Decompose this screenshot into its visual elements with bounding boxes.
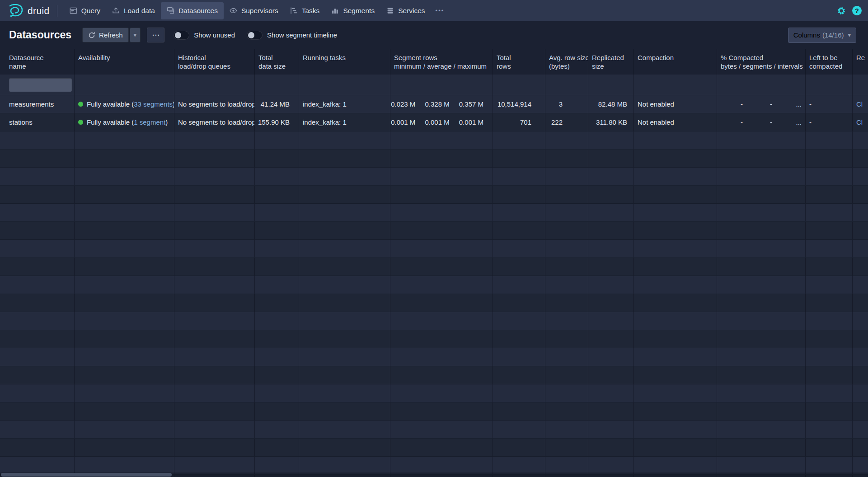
column-header-retention[interactable]: Re <box>853 49 868 75</box>
column-header-total-data-size[interactable]: Totaldata size <box>255 49 299 75</box>
show-segment-timeline-toggle[interactable]: Show segment timeline <box>247 31 337 40</box>
nav-item-label: Query <box>81 7 100 15</box>
avg-row-size-cell: 3 <box>545 95 588 113</box>
retention-cell: Cl <box>853 113 868 131</box>
server-stack-icon <box>386 7 394 14</box>
running-tasks-cell: index_kafka: 1 <box>299 95 390 113</box>
druid-logo-icon <box>8 4 23 18</box>
empty-row <box>0 366 868 384</box>
datasource-filter-input[interactable] <box>9 78 72 92</box>
total-rows-cell: 701 <box>493 113 545 131</box>
upload-icon <box>112 7 120 14</box>
column-header-avg-row-size[interactable]: Avg. row size(bytes) <box>545 49 588 75</box>
more-options-button[interactable]: ⋯ <box>147 28 164 42</box>
column-header-running-tasks[interactable]: Running tasks <box>299 49 390 75</box>
empty-row <box>0 276 868 294</box>
scrollbar-thumb[interactable] <box>1 473 172 477</box>
help-icon: ? <box>855 7 859 14</box>
nav-item-query[interactable]: Query <box>64 2 106 19</box>
table-row-stations: stations Fully available (1 segment) No … <box>0 113 868 131</box>
segments-link[interactable]: 33 segments <box>134 100 173 108</box>
show-unused-toggle[interactable]: Show unused <box>174 31 235 40</box>
toggle-knob <box>175 32 181 38</box>
more-options-icon: ⋯ <box>152 30 160 40</box>
empty-row <box>0 168 868 186</box>
column-header-availability[interactable]: Availability <box>75 49 174 75</box>
pct-compacted-cell: --... <box>717 113 806 131</box>
column-header-total-rows[interactable]: Totalrows <box>493 49 545 75</box>
toggle-label: Show segment timeline <box>267 31 337 39</box>
empty-row <box>0 186 868 204</box>
columns-button[interactable]: Columns (14/16) ▾ <box>788 28 856 43</box>
query-icon <box>70 7 77 14</box>
pct-compacted-cell: --... <box>717 95 806 113</box>
page-title: Datasources <box>9 29 71 41</box>
available-dot-icon <box>78 102 83 107</box>
column-header-segment-rows[interactable]: Segment rowsminimum / average / maximum <box>390 49 493 75</box>
load-drop-cell: No segments to load/drop <box>174 113 255 131</box>
settings-button[interactable] <box>836 6 846 16</box>
empty-row <box>0 294 868 312</box>
nav-item-supervisors[interactable]: Supervisors <box>224 2 284 19</box>
nav-item-segments[interactable]: Segments <box>325 2 380 19</box>
segments-link[interactable]: 1 segment <box>134 118 165 126</box>
empty-row <box>0 222 868 240</box>
nav-item-datasources[interactable]: Datasources <box>161 2 224 19</box>
nav-item-services[interactable]: Services <box>380 2 431 19</box>
empty-row <box>0 457 868 475</box>
retention-link[interactable]: Cl <box>856 100 863 108</box>
columns-count: (14/16) <box>822 31 844 39</box>
druid-logo[interactable]: druid <box>8 4 50 18</box>
availability-cell: Fully available (1 segment) <box>75 113 174 131</box>
column-header-pct-compacted[interactable]: % Compactedbytes / segments / intervals <box>717 49 806 75</box>
empty-row <box>0 348 868 366</box>
toggle-switch <box>247 31 263 40</box>
compaction-cell: Not enabled <box>634 95 717 113</box>
chevron-down-icon: ▾ <box>848 32 851 38</box>
availability-cell: Fully available (33 segments) <box>75 95 174 113</box>
horizontal-scrollbar[interactable] <box>0 472 868 477</box>
nav-item-label: Tasks <box>302 7 320 15</box>
refresh-interval-button[interactable]: ▾ <box>130 28 141 42</box>
column-header-historical-queues[interactable]: Historicalload/drop queues <box>174 49 255 75</box>
empty-row <box>0 330 868 348</box>
column-header-replicated-size[interactable]: Replicatedsize <box>588 49 634 75</box>
nav-more-button[interactable]: ••• <box>431 2 449 19</box>
datasource-name-cell[interactable]: stations <box>0 113 75 131</box>
help-button[interactable]: ? <box>852 6 862 15</box>
navbar-right: ? <box>836 6 862 16</box>
nav-item-label: Datasources <box>178 7 218 15</box>
datasource-name-cell[interactable]: measurements <box>0 95 75 113</box>
nav-item-tasks[interactable]: Tasks <box>284 2 326 19</box>
nav-item-label: Segments <box>343 7 375 15</box>
table-header: Datasourcename Availability Historicallo… <box>0 49 868 75</box>
refresh-button[interactable]: Refresh <box>82 28 129 42</box>
column-header-datasource-name[interactable]: Datasourcename <box>0 49 75 75</box>
table-row-measurements: measurements Fully available (33 segment… <box>0 95 868 113</box>
empty-row <box>0 402 868 421</box>
refresh-icon <box>88 32 95 39</box>
retention-link[interactable]: Cl <box>856 118 863 126</box>
columns-label: Columns <box>793 31 820 39</box>
datasources-table: Datasourcename Availability Historicallo… <box>0 49 868 477</box>
segment-rows-cell: 0.001 M0.001 M0.001 M <box>390 113 493 131</box>
empty-row <box>0 384 868 402</box>
nav-item-load-data[interactable]: Load data <box>106 2 161 19</box>
navbar-divider <box>57 5 57 17</box>
left-to-be-compacted-cell: - <box>806 113 853 131</box>
refresh-label: Refresh <box>99 31 123 39</box>
available-dot-icon <box>78 120 83 125</box>
navbar: druid Query Load data Datasources Superv… <box>0 0 868 21</box>
column-header-compaction[interactable]: Compaction <box>634 49 717 75</box>
more-icon: ••• <box>436 7 445 14</box>
nav-item-label: Load data <box>124 7 155 15</box>
empty-row <box>0 150 868 168</box>
nav-item-label: Services <box>398 7 425 15</box>
retention-cell: Cl <box>853 95 868 113</box>
column-header-left-to-be-compacted[interactable]: Left to becompacted <box>806 49 853 75</box>
empty-row <box>0 439 868 457</box>
datasources-icon <box>167 7 174 14</box>
empty-row <box>0 312 868 330</box>
left-to-be-compacted-cell: - <box>806 95 853 113</box>
empty-row <box>0 204 868 222</box>
